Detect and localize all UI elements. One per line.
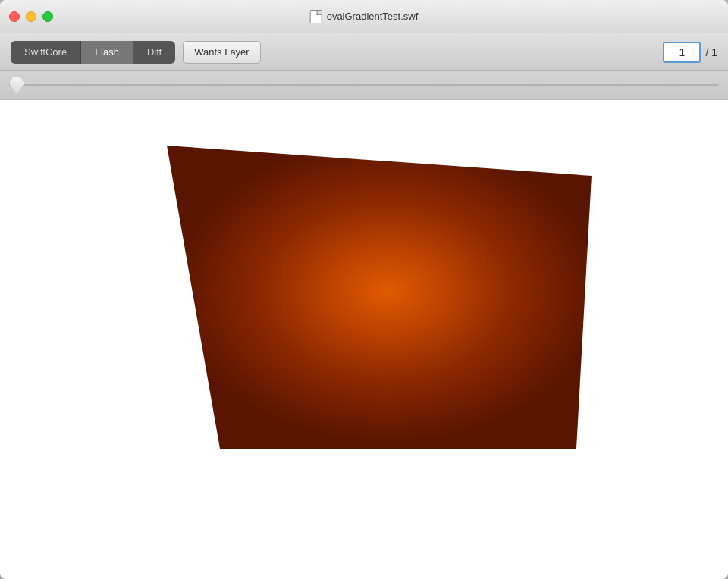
main-content: [0, 100, 728, 579]
close-button[interactable]: [9, 11, 20, 22]
slider-track: [9, 84, 719, 87]
traffic-lights: [9, 11, 53, 22]
tab-diff[interactable]: Diff: [133, 41, 175, 64]
document-icon: [310, 10, 322, 23]
title-bar: ovalGradientTest.swf: [0, 0, 728, 33]
page-number-input[interactable]: [663, 42, 701, 63]
minimize-button[interactable]: [26, 11, 36, 22]
gradient-shape: [76, 123, 622, 487]
tab-swiffcore[interactable]: SwiffCore: [11, 41, 81, 64]
canvas-area: [0, 100, 728, 579]
window-title-group: ovalGradientTest.swf: [310, 10, 419, 23]
window-title: ovalGradientTest.swf: [327, 11, 419, 22]
toolbar: SwiffCore Flash Diff Wants Layer / 1: [0, 33, 728, 71]
page-control: / 1: [663, 42, 717, 63]
slider-bar: [0, 71, 728, 100]
tab-flash[interactable]: Flash: [81, 41, 133, 64]
slider-thumb[interactable]: [9, 77, 24, 95]
app-window: ovalGradientTest.swf SwiffCore Flash Dif…: [0, 0, 728, 579]
page-total-label: / 1: [705, 46, 717, 58]
maximize-button[interactable]: [42, 11, 53, 22]
wants-layer-button[interactable]: Wants Layer: [183, 41, 261, 64]
svg-marker-0: [167, 146, 592, 449]
tab-group: SwiffCore Flash Diff: [11, 41, 175, 64]
